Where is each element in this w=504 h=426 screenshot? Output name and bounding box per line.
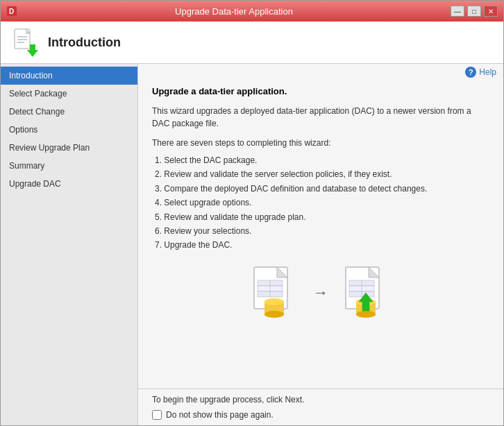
arrow-icon: → (313, 284, 328, 302)
help-label: Help (479, 67, 496, 77)
window-controls: — □ ✕ (451, 6, 498, 17)
header-icon (12, 28, 40, 56)
step-3: 3. Compare the deployed DAC definition a… (155, 182, 489, 196)
content-area: ? Help Upgrade a data-tier application. … (138, 64, 503, 425)
close-button[interactable]: ✕ (484, 6, 498, 17)
sidebar-item-review-upgrade-plan[interactable]: Review Upgrade Plan (1, 139, 137, 157)
sidebar-item-options[interactable]: Options (1, 121, 137, 139)
content-body: Upgrade a data-tier application. This wi… (138, 80, 503, 389)
title-bar: D Upgrade Data-tier Application — □ ✕ (1, 1, 503, 22)
sidebar: Introduction Select Package Detect Chang… (1, 64, 138, 425)
step-4: 4. Select upgrade options. (155, 196, 489, 210)
dest-doc-icon (342, 264, 391, 323)
minimize-button[interactable]: — (451, 6, 464, 17)
maximize-button[interactable]: □ (467, 6, 481, 17)
step-5: 5. Review and validate the upgrade plan. (155, 210, 489, 224)
main-area: Introduction Select Package Detect Chang… (1, 64, 503, 425)
step-7: 7. Upgrade the DAC. (155, 238, 489, 252)
sidebar-item-detect-change[interactable]: Detect Change (1, 103, 137, 121)
dont-show-row: Do not show this page again. (152, 410, 489, 420)
page-header: Introduction (1, 22, 503, 64)
content-footer: To begin the upgrade process, click Next… (138, 389, 503, 425)
upgrade-diagram: → (152, 264, 489, 323)
window-title: Upgrade Data-tier Application (17, 6, 451, 17)
svg-point-15 (264, 311, 284, 318)
begin-text: To begin the upgrade process, click Next… (152, 395, 489, 404)
sidebar-item-introduction[interactable]: Introduction (1, 67, 137, 85)
step-1: 1. Select the DAC package. (155, 153, 489, 167)
dont-show-label: Do not show this page again. (166, 410, 274, 420)
svg-point-25 (356, 311, 376, 318)
page-title: Introduction (48, 35, 121, 50)
window: D Upgrade Data-tier Application — □ ✕ (0, 0, 504, 426)
content-main-title: Upgrade a data-tier application. (152, 86, 489, 96)
content-top-bar: ? Help (138, 64, 503, 80)
dont-show-checkbox[interactable] (152, 410, 162, 420)
sidebar-item-select-package[interactable]: Select Package (1, 85, 137, 103)
steps-list: 1. Select the DAC package. 2. Review and… (152, 153, 489, 253)
step-6: 6. Review your selections. (155, 224, 489, 238)
sidebar-item-summary[interactable]: Summary (1, 157, 137, 175)
step-2: 2. Review and validate the server select… (155, 167, 489, 181)
app-icon: D (6, 6, 17, 17)
svg-point-16 (264, 298, 284, 305)
steps-intro: There are seven steps to completing this… (152, 138, 489, 148)
help-circle-icon: ? (465, 67, 476, 78)
source-doc-icon (251, 264, 299, 323)
svg-text:D: D (9, 8, 14, 15)
help-link[interactable]: ? Help (465, 67, 496, 78)
sidebar-item-upgrade-dac[interactable]: Upgrade DAC (1, 175, 137, 193)
content-paragraph1: This wizard upgrades a deployed data-tie… (152, 105, 489, 130)
